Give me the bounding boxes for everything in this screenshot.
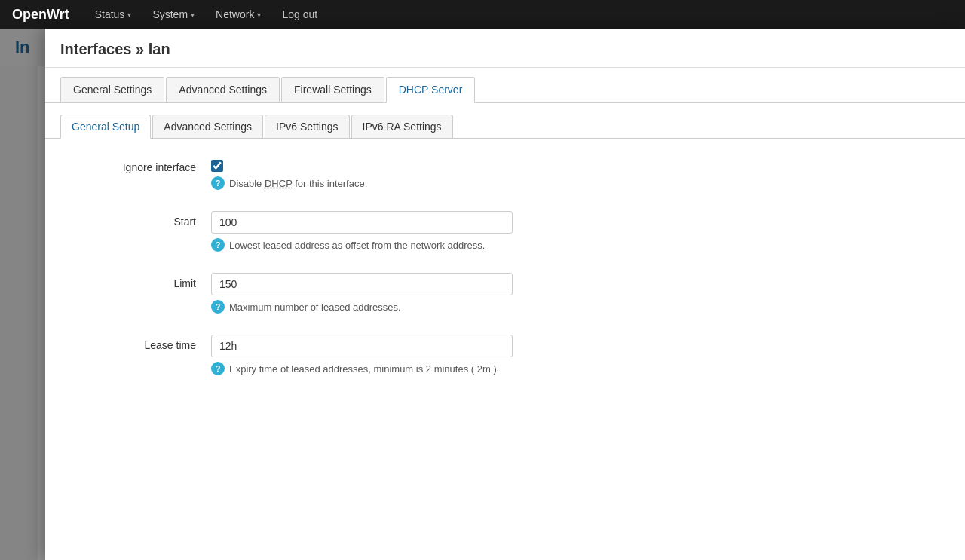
label-limit: Limit [60,273,211,289]
subtab-ipv6-ra-settings[interactable]: IPv6 RA Settings [351,115,453,138]
help-icon-ignore[interactable]: ? [211,176,225,190]
form-row-lease-time: Lease time ? Expiry time of leased addre… [60,335,950,375]
nav-network[interactable]: Network ▾ [213,8,264,20]
modal-title: Interfaces » lan [60,41,950,58]
subtab-advanced-settings[interactable]: Advanced Settings [152,115,263,138]
brand-logo: OpenWrt [12,7,69,23]
input-group-start: ? Lowest leased address as offset from t… [211,211,663,252]
tab-dhcp-server[interactable]: DHCP Server [386,77,476,103]
main-tab-group: General Settings Advanced Settings Firew… [45,68,965,103]
input-group-ignore-interface: ? Disable DHCP for this interface. [211,157,663,190]
status-chevron-icon: ▾ [127,11,131,19]
input-group-limit: ? Maximum number of leased addresses. [211,273,663,314]
nav-logout[interactable]: Log out [279,8,320,20]
modal-overlay: Interfaces » lan General Settings Advanc… [0,29,965,560]
sub-tab-group: General Setup Advanced Settings IPv6 Set… [45,103,965,139]
label-ignore-interface: Ignore interface [60,157,211,173]
help-icon-start[interactable]: ? [211,238,225,252]
ignore-interface-checkbox[interactable] [211,160,223,172]
help-icon-lease-time[interactable]: ? [211,362,225,375]
modal-header: Interfaces » lan [45,29,965,68]
help-limit: ? Maximum number of leased addresses. [211,300,663,314]
subtab-general-setup[interactable]: General Setup [60,115,151,139]
modal-dialog: Interfaces » lan General Settings Advanc… [45,29,965,560]
form-row-ignore-interface: Ignore interface ? Disable DHCP for this… [60,157,950,190]
nav-status[interactable]: Status ▾ [92,8,135,20]
label-start: Start [60,211,211,228]
tab-firewall-settings[interactable]: Firewall Settings [281,77,384,102]
help-icon-limit[interactable]: ? [211,300,225,314]
start-input[interactable] [211,211,513,234]
dhcp-abbr: DHCP [265,178,293,189]
network-chevron-icon: ▾ [257,11,261,19]
help-lease-time: ? Expiry time of leased addresses, minim… [211,362,663,375]
limit-input[interactable] [211,273,513,295]
help-ignore-interface: ? Disable DHCP for this interface. [211,176,663,190]
checkbox-wrapper-ignore [211,157,663,172]
help-start: ? Lowest leased address as offset from t… [211,238,663,252]
tab-advanced-settings[interactable]: Advanced Settings [166,77,280,102]
form-row-start: Start ? Lowest leased address as offset … [60,211,950,252]
form-content: Ignore interface ? Disable DHCP for this… [45,139,965,415]
label-lease-time: Lease time [60,335,211,351]
input-group-lease-time: ? Expiry time of leased addresses, minim… [211,335,663,375]
lease-time-input[interactable] [211,335,513,357]
navbar: OpenWrt Status ▾ System ▾ Network ▾ Log … [0,0,965,29]
modal-footer [45,415,965,452]
system-chevron-icon: ▾ [191,11,195,19]
form-row-limit: Limit ? Maximum number of leased address… [60,273,950,314]
nav-system[interactable]: System ▾ [149,8,198,20]
subtab-ipv6-settings[interactable]: IPv6 Settings [265,115,350,138]
tab-general-settings[interactable]: General Settings [60,77,164,102]
